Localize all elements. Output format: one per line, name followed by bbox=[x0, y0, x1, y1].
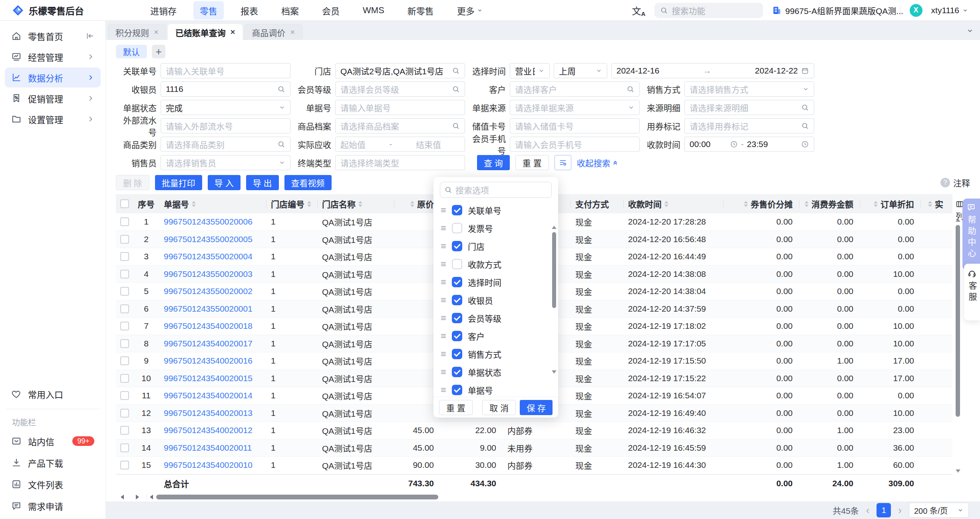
drag-handle-icon[interactable]: ≡ bbox=[441, 385, 446, 395]
row-checkbox[interactable] bbox=[120, 217, 129, 226]
date-range-picker[interactable]: 2024-12-16 → 2024-12-22 bbox=[611, 63, 814, 78]
tab-list-chevron-icon[interactable] bbox=[966, 27, 974, 34]
drag-handle-icon[interactable]: ≡ bbox=[441, 277, 446, 287]
terminal-select[interactable]: 请选择终端类型 bbox=[335, 155, 465, 170]
preset-default[interactable]: 默认 bbox=[116, 45, 147, 58]
import-button[interactable]: 导 入 bbox=[208, 175, 241, 190]
row-checkbox[interactable] bbox=[120, 252, 129, 261]
order-number-link[interactable]: 9967501243550020005 bbox=[164, 235, 252, 244]
sale-mode-select[interactable]: 请选择销售方式 bbox=[684, 82, 814, 97]
column-option[interactable]: ≡ 门店 bbox=[433, 237, 558, 255]
column-option[interactable]: ≡ 收银员 bbox=[433, 291, 558, 309]
scroll-up-icon[interactable] bbox=[552, 226, 557, 229]
scrollbar-thumb[interactable] bbox=[552, 232, 556, 308]
row-checkbox[interactable] bbox=[120, 287, 129, 296]
tab-price-adjust[interactable]: 商品调价 × bbox=[244, 24, 302, 40]
product-select[interactable]: 请选择商品档案 bbox=[335, 118, 465, 133]
header-order-discount[interactable]: 订单折扣 bbox=[860, 194, 920, 213]
column-checkbox[interactable] bbox=[452, 385, 462, 395]
close-icon[interactable]: × bbox=[290, 28, 295, 37]
column-search-input[interactable]: 搜索选项 bbox=[440, 182, 552, 198]
actual-recv-range-input[interactable]: 起始值 - 结束值 bbox=[335, 137, 465, 152]
column-reset-button[interactable]: 重 置 bbox=[439, 400, 473, 415]
column-option[interactable]: ≡ 销售方式 bbox=[433, 345, 558, 363]
panel-scrollbar[interactable] bbox=[552, 226, 557, 374]
source-detail-select[interactable]: 请选择来源明细 bbox=[684, 100, 814, 115]
column-option[interactable]: ≡ 单据号 bbox=[433, 381, 558, 397]
order-number-link[interactable]: 9967501243540020011 bbox=[164, 443, 252, 453]
member-level-select[interactable]: 请选择会员等级 bbox=[335, 82, 465, 97]
global-search-input[interactable]: 搜索功能 bbox=[654, 3, 763, 18]
header-coupon-amount[interactable]: 消费券金额 bbox=[799, 194, 860, 213]
column-option[interactable]: ≡ 收款方式 bbox=[433, 255, 558, 273]
page-size-select[interactable]: 200 条/页 bbox=[909, 503, 969, 518]
drag-handle-icon[interactable]: ≡ bbox=[441, 223, 446, 233]
scrollbar-track[interactable] bbox=[146, 494, 955, 500]
row-checkbox[interactable] bbox=[120, 339, 129, 348]
drag-handle-icon[interactable]: ≡ bbox=[441, 205, 446, 215]
order-number-link[interactable]: 9967501243550020001 bbox=[164, 304, 252, 314]
drag-handle-icon[interactable]: ≡ bbox=[441, 241, 446, 251]
card-no-input[interactable]: 请输入储值卡号 bbox=[510, 118, 640, 133]
sidebar-item-home[interactable]: 零售首页 bbox=[5, 26, 101, 46]
help-center-button[interactable]: 帮助中心 bbox=[962, 199, 980, 270]
row-checkbox[interactable] bbox=[120, 270, 129, 278]
sidebar-item-favorites[interactable]: 常用入口 bbox=[0, 383, 105, 405]
column-checkbox[interactable] bbox=[452, 367, 462, 377]
column-checkbox[interactable] bbox=[452, 277, 462, 287]
scroll-up-icon[interactable] bbox=[956, 219, 960, 222]
doc-no-input[interactable]: 请输入单据号 bbox=[335, 100, 465, 115]
scroll-left-button[interactable] bbox=[116, 494, 129, 500]
column-option[interactable]: ≡ 单据状态 bbox=[433, 363, 558, 381]
filter-settings-button[interactable] bbox=[555, 155, 571, 170]
scroll-down-icon[interactable] bbox=[552, 370, 557, 374]
order-number-link[interactable]: 9967501243550020002 bbox=[164, 286, 252, 296]
order-number-link[interactable]: 9967501243540020012 bbox=[164, 426, 252, 435]
reset-button[interactable]: 重 置 bbox=[515, 155, 549, 170]
column-checkbox[interactable] bbox=[452, 331, 462, 341]
row-checkbox[interactable] bbox=[120, 304, 129, 313]
batch-print-button[interactable]: 批量打印 bbox=[155, 175, 202, 190]
row-checkbox[interactable] bbox=[120, 235, 129, 244]
drag-handle-icon[interactable]: ≡ bbox=[441, 349, 446, 359]
doc-status-select[interactable]: 完成 bbox=[161, 100, 290, 115]
column-checkbox[interactable] bbox=[452, 295, 462, 305]
related-no-input[interactable]: 请输入关联单号 bbox=[161, 63, 290, 78]
order-number-link[interactable]: 9967501243540020016 bbox=[164, 356, 252, 366]
drag-handle-icon[interactable]: ≡ bbox=[441, 367, 446, 377]
menu-item-reports[interactable]: 报表 bbox=[234, 1, 264, 20]
column-option[interactable]: ≡ 会员等级 bbox=[433, 309, 558, 327]
coupon-mark-select[interactable]: 请选择用券标记 bbox=[684, 118, 814, 133]
drag-handle-icon[interactable]: ≡ bbox=[441, 331, 446, 341]
tenant-selector[interactable]: 99675-A组新界面果蔬版QA测... bbox=[772, 4, 892, 16]
order-number-link[interactable]: 9967501243540020015 bbox=[164, 374, 252, 383]
customer-service-button[interactable]: 客服 bbox=[964, 264, 980, 320]
header-doc-no[interactable]: 单据号 bbox=[159, 194, 266, 213]
menu-item-inventory[interactable]: 进销存 bbox=[144, 1, 183, 20]
select-all-checkbox[interactable] bbox=[120, 199, 129, 208]
user-menu[interactable]: xty1116 bbox=[931, 6, 968, 15]
table-vertical-scrollbar[interactable] bbox=[955, 218, 961, 473]
sidebar-item-messages[interactable]: 站内信 99+ bbox=[0, 430, 105, 452]
drag-handle-icon[interactable]: ≡ bbox=[441, 259, 446, 269]
header-coupon-share[interactable]: 券售价分摊 bbox=[723, 194, 799, 213]
tab-points-rule[interactable]: 积分规则 × bbox=[108, 24, 166, 40]
column-option[interactable]: ≡ 客户 bbox=[433, 327, 558, 345]
row-checkbox[interactable] bbox=[120, 356, 129, 365]
close-icon[interactable]: × bbox=[154, 28, 159, 37]
menu-item-archives[interactable]: 档案 bbox=[275, 1, 305, 20]
collapse-search-link[interactable]: 收起搜索 bbox=[577, 157, 618, 169]
row-checkbox[interactable] bbox=[120, 443, 129, 452]
next-page-button[interactable]: › bbox=[898, 505, 902, 515]
row-checkbox[interactable] bbox=[120, 322, 129, 330]
member-phone-input[interactable]: 请输入会员手机号 bbox=[510, 137, 640, 152]
collapse-sidebar-icon[interactable] bbox=[85, 32, 94, 40]
search-button[interactable]: 查 询 bbox=[477, 155, 510, 170]
customer-select[interactable]: 请选择客户 bbox=[510, 82, 640, 97]
sidebar-item-business[interactable]: 经营管理 bbox=[5, 47, 101, 67]
order-number-link[interactable]: 9967501243540020014 bbox=[164, 391, 252, 400]
export-button[interactable]: 导 出 bbox=[246, 175, 279, 190]
order-number-link[interactable]: 9967501243550020003 bbox=[164, 269, 252, 279]
scroll-right-button[interactable] bbox=[131, 494, 144, 500]
column-checkbox[interactable] bbox=[452, 241, 462, 251]
